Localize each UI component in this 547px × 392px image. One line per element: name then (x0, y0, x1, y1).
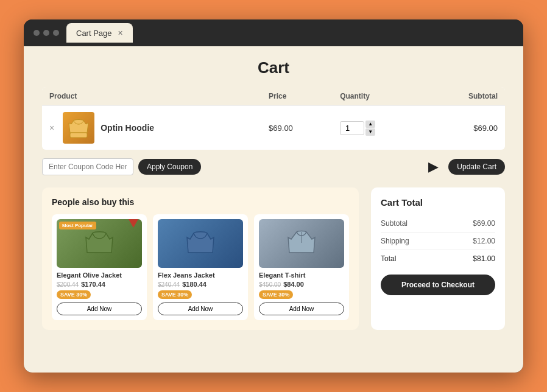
most-popular-badge: Most Popular (59, 222, 96, 229)
product-cell: × Optin Hoodie (42, 106, 261, 150)
product-name: Optin Hoodie (101, 123, 154, 133)
tab-label: Cart Page (76, 29, 112, 38)
bookmark-icon (129, 219, 138, 228)
save-badge-1: SAVE 30% (158, 290, 192, 299)
cart-table: Product Price Quantity Subtotal × (42, 87, 505, 150)
product-card-0: Most Popular Elegant Olive Jacket $200.4… (52, 214, 147, 320)
dot-2 (43, 30, 49, 36)
quantity-arrows: ▲ ▼ (365, 121, 375, 136)
quantity-input[interactable] (340, 121, 364, 135)
browser-dots (34, 30, 59, 36)
people-buy-title: People also buy this (52, 197, 349, 207)
browser-tab[interactable]: Cart Page × (66, 23, 133, 43)
add-now-button-1[interactable]: Add Now (158, 303, 243, 315)
apply-coupon-button[interactable]: Apply Coupon (138, 159, 201, 175)
product-name-0: Elegant Olive Jacket (57, 271, 142, 279)
svg-rect-0 (70, 133, 87, 138)
qty-up-button[interactable]: ▲ (365, 121, 375, 128)
browser-titlebar: Cart Page × (24, 19, 523, 46)
cart-total-section: Cart Total Subtotal $69.00 Shipping $12.… (371, 187, 505, 330)
tab-close-button[interactable]: × (118, 28, 123, 38)
price-row-0: $200.44 $170.44 (57, 281, 142, 288)
save-badge-0: SAVE 30% (57, 290, 91, 299)
col-product: Product (42, 87, 261, 106)
product-card-image-0: Most Popular (57, 219, 142, 268)
cart-actions: Apply Coupon ▶ Update Cart (42, 158, 505, 175)
dot-1 (34, 30, 40, 36)
coupon-input[interactable] (42, 158, 133, 175)
product-card-1: Flex Jeans Jacket $240.44 $180.44 SAVE 3… (153, 214, 248, 320)
product-price: $69.00 (261, 106, 333, 150)
total-label: Total (381, 254, 396, 263)
checkout-button[interactable]: Proceed to Checkout (381, 275, 495, 295)
browser-window: Cart Page × Cart Product Price Quantity … (24, 19, 523, 373)
old-price-0: $200.44 (57, 281, 79, 288)
product-subtotal: $69.00 (425, 106, 505, 150)
shipping-row: Shipping $12.00 (381, 233, 495, 250)
old-price-2: $450.00 (259, 281, 281, 288)
subtotal-value: $69.00 (473, 219, 495, 228)
save-badge-2: SAVE 30% (259, 290, 293, 299)
new-price-0: $170.44 (81, 281, 105, 288)
subtotal-label: Subtotal (381, 219, 408, 228)
add-now-button-2[interactable]: Add Now (259, 303, 344, 315)
product-quantity-cell: ▲ ▼ (333, 106, 425, 150)
bottom-section: People also buy this Most Popular Elegan… (42, 187, 505, 330)
new-price-2: $84.00 (283, 281, 304, 288)
update-cart-button[interactable]: Update Cart (448, 159, 505, 175)
coupon-area: Apply Coupon (42, 158, 201, 175)
product-name-2: Elegant T-shirt (259, 271, 344, 279)
people-also-buy-section: People also buy this Most Popular Elegan… (42, 187, 359, 330)
product-card-image-2 (259, 219, 344, 268)
price-row-2: $450.00 $84.00 (259, 281, 344, 288)
shipping-value: $12.00 (473, 237, 495, 245)
new-price-1: $180.44 (182, 281, 206, 288)
cart-table-header-row: Product Price Quantity Subtotal (42, 87, 505, 106)
page-title: Cart (42, 58, 505, 77)
product-card-image-1 (158, 219, 243, 268)
table-row: × Optin Hoodie $69.00 (42, 106, 505, 150)
qty-down-button[interactable]: ▼ (365, 128, 375, 136)
shipping-label: Shipping (381, 237, 409, 245)
product-card-2: Elegant T-shirt $450.00 $84.00 SAVE 30% … (254, 214, 349, 320)
product-name-1: Flex Jeans Jacket (158, 271, 243, 279)
product-cards: Most Popular Elegant Olive Jacket $200.4… (52, 214, 349, 320)
total-value: $81.00 (473, 254, 495, 263)
old-price-1: $240.44 (158, 281, 180, 288)
add-now-button-0[interactable]: Add Now (57, 303, 142, 315)
price-row-1: $240.44 $180.44 (158, 281, 243, 288)
dot-3 (53, 30, 59, 36)
total-row: Total $81.00 (381, 250, 495, 267)
product-image (63, 112, 94, 144)
col-quantity: Quantity (333, 87, 425, 106)
col-subtotal: Subtotal (425, 87, 505, 106)
cursor-icon: ▶ (428, 159, 439, 175)
remove-item-button[interactable]: × (49, 123, 54, 133)
cart-total-title: Cart Total (381, 197, 495, 208)
browser-content: Cart Product Price Quantity Subtotal × (24, 46, 523, 373)
subtotal-row: Subtotal $69.00 (381, 215, 495, 233)
col-price: Price (261, 87, 333, 106)
